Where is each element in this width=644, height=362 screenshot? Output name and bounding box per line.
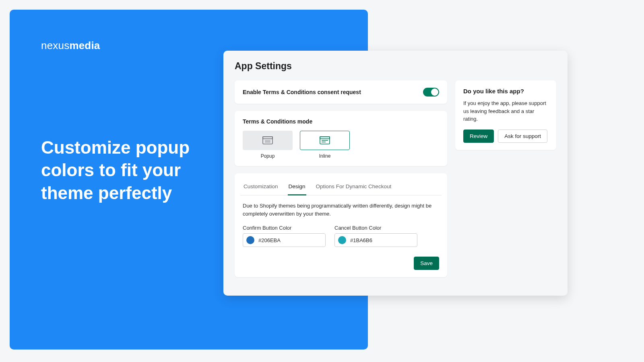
cancel-color-value: #1BA6B6: [350, 237, 372, 243]
mode-options: Popup Inline: [243, 131, 439, 159]
svg-rect-1: [263, 137, 272, 139]
mode-title: Terms & Conditions mode: [243, 118, 439, 125]
enable-label: Enable Terms & Conditions consent reques…: [243, 89, 361, 95]
review-card-text: If you enjoy the app, please support us …: [463, 99, 548, 123]
support-button[interactable]: Ask for support: [498, 130, 547, 143]
save-button[interactable]: Save: [414, 257, 439, 270]
color-swatch-icon: [338, 236, 346, 244]
popup-tile: [243, 131, 293, 150]
color-fields: Confirm Button Color #206EBA Cancel Butt…: [243, 225, 439, 247]
toggle-knob: [431, 88, 438, 96]
mode-option-label: Inline: [300, 153, 350, 159]
mode-option-label: Popup: [243, 153, 293, 159]
tab-design[interactable]: Design: [288, 179, 306, 195]
logo-light: nexus: [41, 39, 69, 51]
cancel-color-input[interactable]: #1BA6B6: [334, 233, 417, 247]
enable-card: Enable Terms & Conditions consent reques…: [235, 80, 447, 104]
brand-logo: nexusmedia: [41, 39, 100, 52]
enable-toggle[interactable]: [423, 88, 439, 97]
mode-card: Terms & Conditions mode Popup: [235, 111, 447, 166]
confirm-color-field: Confirm Button Color #206EBA: [243, 225, 326, 247]
inline-icon: [320, 136, 330, 144]
review-card-buttons: Review Ask for support: [463, 130, 548, 143]
review-button[interactable]: Review: [463, 130, 494, 143]
cancel-color-label: Cancel Button Color: [334, 225, 417, 231]
confirm-color-value: #206EBA: [258, 237, 281, 243]
review-card: Do you like this app? If you enjoy the a…: [455, 80, 556, 150]
confirm-color-input[interactable]: #206EBA: [243, 233, 326, 247]
svg-rect-4: [320, 137, 330, 139]
page-title: App Settings: [235, 61, 556, 72]
logo-bold: media: [69, 39, 100, 51]
confirm-color-label: Confirm Button Color: [243, 225, 326, 231]
design-card: Customization Design Options For Dynamic…: [235, 173, 447, 277]
save-row: Save: [243, 257, 439, 270]
mode-option-popup[interactable]: Popup: [243, 131, 293, 159]
popup-icon: [262, 136, 273, 144]
tab-dynamic-checkout[interactable]: Options For Dynamic Checkout: [315, 179, 392, 195]
svg-rect-2: [265, 140, 270, 143]
cancel-color-field: Cancel Button Color #1BA6B6: [334, 225, 417, 247]
promo-headline: Customize popup colors to fit your theme…: [41, 136, 226, 204]
inline-tile: [300, 131, 350, 150]
review-card-title: Do you like this app?: [463, 88, 548, 95]
tab-row: Customization Design Options For Dynamic…: [240, 179, 442, 195]
tab-customization[interactable]: Customization: [243, 179, 279, 195]
design-help-text: Due to Shopify themes being programmatic…: [243, 202, 439, 218]
app-settings-panel: App Settings Enable Terms & Conditions c…: [223, 51, 568, 296]
mode-option-inline[interactable]: Inline: [300, 131, 350, 159]
color-swatch-icon: [246, 236, 254, 244]
